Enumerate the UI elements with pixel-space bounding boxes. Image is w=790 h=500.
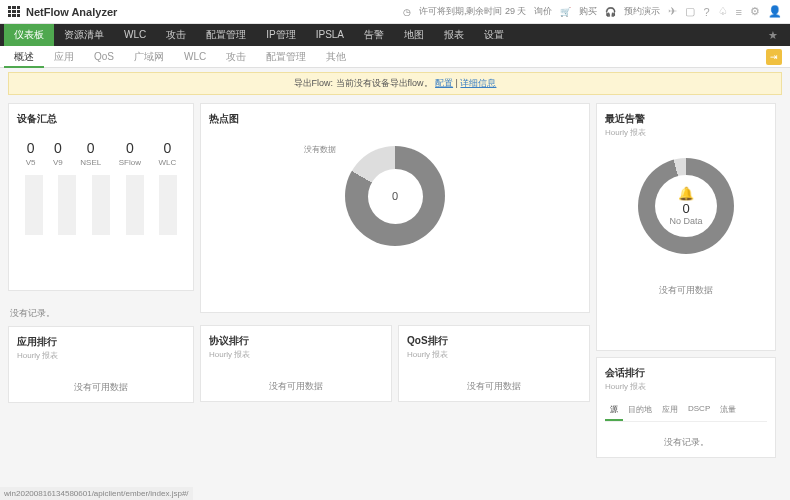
tab-settings[interactable]: 设置 — [474, 24, 514, 46]
tab-ip[interactable]: IP管理 — [256, 24, 305, 46]
banner: 导出Flow: 当前没有设备导出flow。 配置 | 详细信息 — [8, 72, 782, 95]
tab-map[interactable]: 地图 — [394, 24, 434, 46]
link-buy[interactable]: 购买 — [579, 5, 597, 18]
tab-inventory[interactable]: 资源清单 — [54, 24, 114, 46]
bell-icon[interactable]: ♤ — [718, 5, 728, 18]
card-session-rank: 会话排行 Hourly 报表 源 目的地 应用 DSCP 流量 没有记录。 — [596, 357, 776, 458]
tab-report[interactable]: 报表 — [434, 24, 474, 46]
nav-sub: 概述 应用 QoS 广域网 WLC 攻击 配置管理 其他 ⇥ — [0, 46, 790, 68]
donut-chart: 0 — [345, 146, 445, 246]
banner-link-config[interactable]: 配置 — [435, 78, 453, 88]
subtab-qos[interactable]: QoS — [84, 46, 124, 68]
app-title: NetFlow Analyzer — [26, 6, 117, 18]
card-title: 应用排行 — [17, 335, 185, 349]
card-title: 设备汇总 — [17, 112, 185, 126]
nav-main: 仪表板 资源清单 WLC 攻击 配置管理 IP管理 IPSLA 告警 地图 报表… — [0, 24, 790, 46]
chart-label: 没有数据 — [304, 144, 336, 155]
no-data: 没有可用数据 — [407, 380, 581, 393]
card-sub: Hourly 报表 — [605, 381, 767, 392]
subtab-other[interactable]: 其他 — [316, 46, 356, 68]
tab-ipsla[interactable]: IPSLA — [306, 24, 354, 46]
monitor-icon[interactable]: ▢ — [685, 5, 695, 18]
alert-text: No Data — [669, 216, 702, 226]
stat-sflow: 0SFlow — [119, 140, 141, 167]
subtab-wlc[interactable]: WLC — [174, 46, 216, 68]
card-title: 最近告警 — [605, 112, 767, 126]
banner-link-detail[interactable]: 详细信息 — [460, 78, 496, 88]
content: 设备汇总 0V5 0V9 0NSEL 0SFlow 0WLC 没有记录。 应用排… — [0, 99, 790, 462]
link-demo[interactable]: 预约演示 — [624, 5, 660, 18]
subtab-app[interactable]: 应用 — [44, 46, 84, 68]
pin-icon[interactable]: ⇥ — [766, 49, 782, 65]
card-sub: Hourly 报表 — [209, 349, 383, 360]
star-icon[interactable]: ★ — [760, 29, 786, 42]
banner-text: 导出Flow: 当前没有设备导出flow。 — [294, 78, 433, 88]
card-title: 会话排行 — [605, 366, 767, 380]
subtab-config[interactable]: 配置管理 — [256, 46, 316, 68]
device-bars — [17, 175, 185, 235]
tab-source[interactable]: 源 — [605, 400, 623, 421]
user-icon[interactable]: 👤 — [768, 5, 782, 18]
tab-dashboard[interactable]: 仪表板 — [4, 24, 54, 46]
send-icon[interactable]: ✈ — [668, 5, 677, 18]
gear-icon[interactable]: ⚙ — [750, 5, 760, 18]
alert-donut: 🔔 0 No Data — [638, 158, 734, 254]
tab-alert[interactable]: 告警 — [354, 24, 394, 46]
tab-app[interactable]: 应用 — [657, 400, 683, 421]
card-title: 热点图 — [209, 112, 581, 126]
device-stats: 0V5 0V9 0NSEL 0SFlow 0WLC — [17, 140, 185, 167]
card-title: 协议排行 — [209, 334, 383, 348]
tab-traffic[interactable]: 流量 — [715, 400, 741, 421]
tab-dest[interactable]: 目的地 — [623, 400, 657, 421]
card-sub: Hourly 报表 — [407, 349, 581, 360]
stat-wlc: 0WLC — [158, 140, 176, 167]
trial-text: 许可将到期,剩余时间 29 天 — [419, 5, 527, 18]
cart-icon: 🛒 — [560, 7, 571, 17]
card-proto-rank: 协议排行 Hourly 报表 没有可用数据 — [200, 325, 392, 402]
card-sub: Hourly 报表 — [17, 350, 185, 361]
card-hotspot: 热点图 没有数据 0 — [200, 103, 590, 313]
alarm-icon: 🔔 — [678, 186, 694, 201]
card-qos-rank: QoS排行 Hourly 报表 没有可用数据 — [398, 325, 590, 402]
hotspot-chart: 没有数据 0 — [209, 126, 581, 266]
no-record: 没有记录。 — [8, 307, 194, 320]
headset-icon: 🎧 — [605, 7, 616, 17]
card-sub: Hourly 报表 — [605, 127, 767, 138]
status-bar: win20200816134580601/apiclient/ember/ind… — [0, 487, 193, 500]
no-data: 没有可用数据 — [209, 380, 383, 393]
topbar-right: ◷ 许可将到期,剩余时间 29 天 询价 🛒 购买 🎧 预约演示 ✈ ▢ ? ♤… — [403, 5, 782, 18]
card-device-summary: 设备汇总 0V5 0V9 0NSEL 0SFlow 0WLC — [8, 103, 194, 291]
tune-icon[interactable]: ≡ — [736, 6, 742, 18]
subtab-overview[interactable]: 概述 — [4, 46, 44, 68]
no-record: 没有记录。 — [605, 436, 767, 449]
no-data: 没有可用数据 — [17, 381, 185, 394]
clock-icon: ◷ — [403, 7, 411, 17]
help-icon[interactable]: ? — [703, 6, 709, 18]
stat-v5: 0V5 — [26, 140, 36, 167]
subtab-attack[interactable]: 攻击 — [216, 46, 256, 68]
stat-nsel: 0NSEL — [80, 140, 101, 167]
tab-dscp[interactable]: DSCP — [683, 400, 715, 421]
card-recent-alert: 最近告警 Hourly 报表 🔔 0 No Data 没有可用数据 — [596, 103, 776, 351]
tab-config[interactable]: 配置管理 — [196, 24, 256, 46]
alert-count: 0 — [682, 201, 689, 216]
stat-v9: 0V9 — [53, 140, 63, 167]
session-tabs: 源 目的地 应用 DSCP 流量 — [605, 400, 767, 422]
card-title: QoS排行 — [407, 334, 581, 348]
tab-attack[interactable]: 攻击 — [156, 24, 196, 46]
link-quote[interactable]: 询价 — [534, 5, 552, 18]
tab-wlc[interactable]: WLC — [114, 24, 156, 46]
app-grid-icon[interactable] — [8, 6, 20, 18]
subtab-wan[interactable]: 广域网 — [124, 46, 174, 68]
card-app-rank: 应用排行 Hourly 报表 没有可用数据 — [8, 326, 194, 403]
topbar: NetFlow Analyzer ◷ 许可将到期,剩余时间 29 天 询价 🛒 … — [0, 0, 790, 24]
no-data: 没有可用数据 — [605, 284, 767, 297]
